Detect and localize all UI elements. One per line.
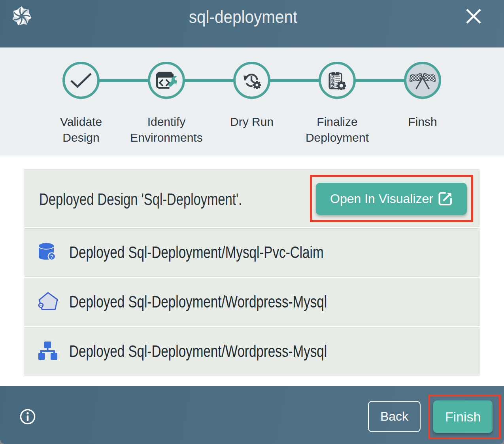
svg-text:?: ? [50, 254, 53, 260]
